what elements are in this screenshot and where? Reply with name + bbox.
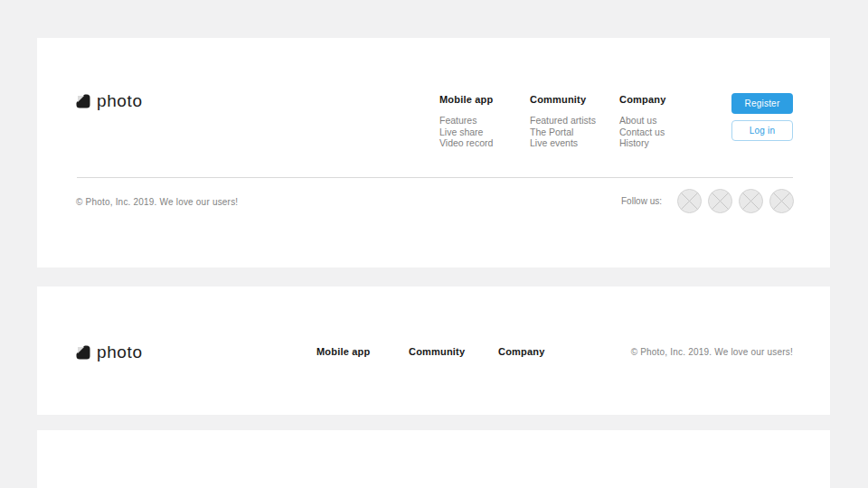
footer-link-contact-us[interactable]: Contact us — [619, 127, 666, 138]
social-placeholder-icon-3[interactable] — [739, 189, 763, 213]
column-title: Community — [530, 94, 596, 105]
login-button[interactable]: Log in — [731, 120, 793, 141]
column-title: Mobile app — [439, 94, 493, 105]
footer-link-video-record[interactable]: Video record — [439, 137, 493, 149]
footer-link-company[interactable]: Company — [498, 346, 545, 357]
footer-link-featured-artists[interactable]: Featured artists — [530, 115, 596, 127]
footer-link-community[interactable]: Community — [409, 346, 465, 357]
footer-link-mobile-app[interactable]: Mobile app — [316, 346, 370, 357]
copyright-text: © Photo, Inc. 2019. We love our users! — [76, 197, 238, 207]
footer-link-about-us[interactable]: About us — [619, 115, 666, 127]
brand-logo[interactable]: photo — [76, 91, 143, 111]
footer-link-history[interactable]: History — [619, 137, 666, 149]
footer-link-live-share[interactable]: Live share — [439, 127, 493, 138]
photo-logo-icon — [76, 94, 90, 108]
social-placeholder-icon-2[interactable] — [708, 189, 732, 213]
footer-full-card: photo Mobile app Features Live share Vid… — [37, 38, 830, 267]
footer-column-mobile-app: Mobile app Features Live share Video rec… — [439, 94, 493, 149]
copyright-text: © Photo, Inc. 2019. We love our users! — [631, 347, 793, 357]
footer-link-the-portal[interactable]: The Portal — [530, 127, 596, 138]
photo-logo-icon — [76, 345, 90, 360]
footer-column-company: Company About us Contact us History — [619, 94, 666, 149]
social-follow-row: Follow us: — [621, 189, 794, 213]
register-button[interactable]: Register — [731, 93, 793, 114]
column-title: Company — [619, 94, 666, 105]
brand-name: photo — [97, 343, 143, 362]
footer-empty-card — [37, 430, 830, 488]
footer-divider — [77, 177, 793, 178]
footer-column-community: Community Featured artists The Portal Li… — [530, 94, 596, 149]
social-placeholder-icon-4[interactable] — [769, 189, 794, 213]
social-placeholder-icon-1[interactable] — [677, 189, 702, 213]
brand-logo[interactable]: photo — [76, 343, 143, 362]
footer-compact-card: photo Mobile app Community Company © Pho… — [37, 286, 830, 415]
brand-name: photo — [97, 91, 143, 111]
follow-us-label: Follow us: — [621, 196, 662, 206]
footer-link-live-events[interactable]: Live events — [530, 137, 596, 149]
footer-link-features[interactable]: Features — [439, 115, 493, 127]
